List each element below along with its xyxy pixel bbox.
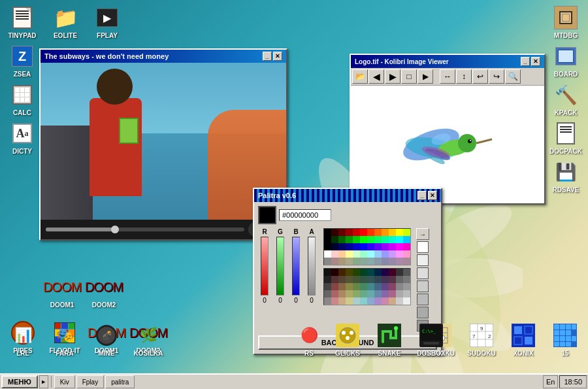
color-cell[interactable]: [382, 283, 389, 290]
color-cell[interactable]: [382, 243, 389, 250]
color-cell[interactable]: [382, 269, 389, 276]
color-cell[interactable]: [396, 269, 403, 276]
icon-eolite[interactable]: 📁 EOLITE: [46, 3, 85, 41]
color-cell[interactable]: [346, 236, 353, 243]
color-cell[interactable]: [346, 297, 353, 305]
color-cell[interactable]: [367, 269, 374, 276]
color-cell[interactable]: [338, 229, 346, 236]
color-cell[interactable]: [396, 276, 403, 283]
color-cell[interactable]: [338, 297, 346, 305]
color-cell[interactable]: [382, 236, 389, 243]
icon-snake[interactable]: SNAKE: [370, 320, 409, 359]
color-cell[interactable]: [367, 243, 374, 250]
icon-lrl[interactable]: 📊 LRL: [3, 320, 42, 359]
color-cell[interactable]: [367, 276, 374, 283]
imgviewer-forward-btn[interactable]: ▶: [385, 69, 400, 84]
color-cell[interactable]: [353, 258, 360, 265]
color-cell[interactable]: [324, 297, 331, 305]
swatch-6[interactable]: [417, 307, 429, 318]
color-cell[interactable]: [360, 297, 367, 305]
color-cell[interactable]: [324, 243, 331, 250]
icon-xonix[interactable]: XONIX: [504, 320, 543, 359]
color-cell[interactable]: [367, 236, 374, 243]
palitra-close-btn[interactable]: ✕: [428, 191, 437, 200]
imgviewer-rotl-btn[interactable]: ↩: [472, 69, 488, 84]
imgviewer-play-btn[interactable]: ▶: [417, 69, 433, 84]
icon-fplay[interactable]: ▶ FPLAY: [88, 3, 127, 41]
color-cell[interactable]: [324, 258, 331, 265]
color-cell[interactable]: [396, 229, 403, 236]
video-minimize-btn[interactable]: _: [263, 52, 272, 61]
imgviewer-close-btn[interactable]: ✕: [531, 57, 540, 66]
color-cell[interactable]: [353, 236, 360, 243]
color-cell[interactable]: [389, 258, 396, 265]
color-cell[interactable]: [374, 276, 382, 283]
color-cell[interactable]: [331, 290, 338, 297]
color-cell[interactable]: [382, 229, 389, 236]
color-cell[interactable]: [360, 276, 367, 283]
color-cell[interactable]: [331, 276, 338, 283]
color-cell[interactable]: [389, 229, 396, 236]
color-cell[interactable]: [324, 236, 331, 243]
color-cell[interactable]: [346, 269, 353, 276]
color-cell[interactable]: [360, 229, 367, 236]
current-color-swatch[interactable]: [258, 206, 276, 224]
color-cell[interactable]: [346, 243, 353, 250]
icon-docpack[interactable]: DOCPACK: [546, 118, 585, 157]
color-cell[interactable]: [382, 276, 389, 283]
swatch-5[interactable]: [417, 294, 429, 305]
imgviewer-titlebar[interactable]: Logo.tif - Kolibri Image Viewer _ ✕: [351, 55, 544, 68]
color-cell[interactable]: [382, 250, 389, 258]
color-cell[interactable]: [346, 283, 353, 290]
color-cell[interactable]: [389, 236, 396, 243]
color-cell[interactable]: [396, 243, 403, 250]
color-cell[interactable]: [389, 283, 396, 290]
color-cell[interactable]: [353, 229, 360, 236]
color-cell[interactable]: [360, 250, 367, 258]
color-cell[interactable]: [396, 258, 403, 265]
color-cell[interactable]: [324, 269, 331, 276]
color-cell[interactable]: [360, 243, 367, 250]
swatch-2[interactable]: [417, 254, 429, 266]
color-cell[interactable]: [396, 297, 403, 305]
color-cell[interactable]: [374, 297, 382, 305]
color-cell[interactable]: [353, 283, 360, 290]
color-cell[interactable]: [360, 236, 367, 243]
color-cell[interactable]: [346, 258, 353, 265]
icon-dosbox[interactable]: C:\>_ DOSBOX: [412, 320, 451, 359]
icon-glicks[interactable]: GLICKS: [328, 320, 367, 359]
color-cell[interactable]: [389, 297, 396, 305]
color-cell[interactable]: [382, 297, 389, 305]
color-cell[interactable]: [389, 269, 396, 276]
color-cell[interactable]: [331, 297, 338, 305]
language-indicator[interactable]: En: [543, 375, 558, 388]
color-cell[interactable]: [396, 290, 403, 297]
icon-fara[interactable]: 🎭 FARA: [45, 320, 84, 359]
swatch-3[interactable]: [417, 267, 429, 279]
imgviewer-minimize-btn[interactable]: _: [521, 57, 530, 66]
color-cell[interactable]: [396, 283, 403, 290]
icon-sudoku[interactable]: 9 7 2 SUDOKU: [462, 320, 501, 359]
icon-dicty[interactable]: Aa DICTY: [3, 118, 42, 157]
color-cell[interactable]: [338, 269, 346, 276]
color-cell[interactable]: [331, 258, 338, 265]
color-cell[interactable]: [338, 276, 346, 283]
color-cell[interactable]: [360, 269, 367, 276]
imgviewer-open-btn[interactable]: 📂: [352, 69, 368, 84]
color-cell[interactable]: [403, 258, 410, 265]
icon-mtdbg[interactable]: MTDBG: [546, 3, 585, 41]
color-cell[interactable]: [331, 283, 338, 290]
color-cell[interactable]: [403, 269, 410, 276]
color-cell[interactable]: [331, 250, 338, 258]
color-cell[interactable]: [331, 236, 338, 243]
color-cell[interactable]: [338, 236, 346, 243]
icon-mine[interactable]: 💣 MINE: [87, 320, 126, 359]
color-cell[interactable]: [324, 283, 331, 290]
r-slider-track[interactable]: [261, 237, 269, 296]
icon-doom1-b[interactable]: DOOM DOOM1: [42, 272, 82, 311]
color-cell[interactable]: [367, 258, 374, 265]
g-slider-track[interactable]: [276, 237, 284, 296]
color-cell[interactable]: [403, 276, 410, 283]
color-cell[interactable]: [403, 283, 410, 290]
color-cell[interactable]: [346, 250, 353, 258]
